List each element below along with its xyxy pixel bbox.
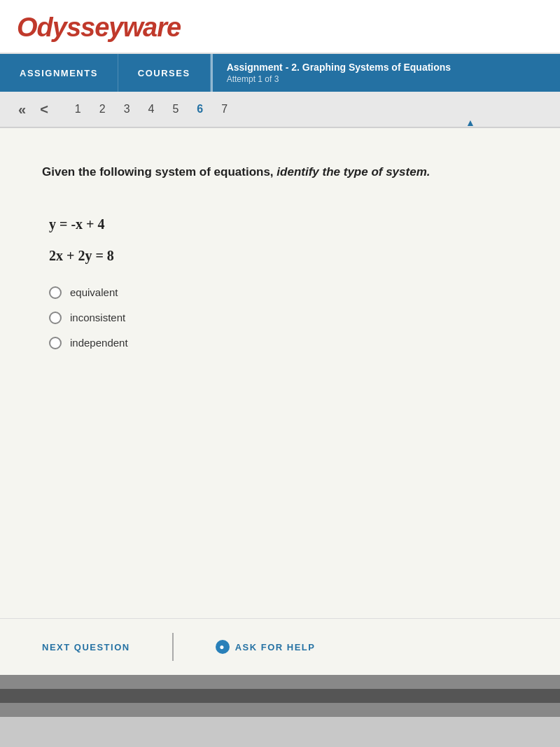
app-header: Odysseyware xyxy=(0,0,560,54)
option-equivalent-label: equivalent xyxy=(70,286,118,298)
nav-assignments[interactable]: ASSIGNMENTS xyxy=(0,54,118,92)
assignment-title: Assignment - 2. Graphing Systems of Equa… xyxy=(227,62,451,73)
ask-for-help-label: ASK FOR HELP xyxy=(235,642,316,652)
main-content: Given the following system of equations,… xyxy=(0,128,560,618)
page-5[interactable]: 5 xyxy=(167,100,184,118)
radio-equivalent[interactable] xyxy=(49,286,62,299)
app-logo: Odysseyware xyxy=(17,13,543,43)
answer-options: equivalent inconsistent independent xyxy=(49,286,518,349)
attempt-text: Attempt 1 of 3 xyxy=(227,74,451,84)
navigation-bar: ASSIGNMENTS COURSES Assignment - 2. Grap… xyxy=(0,54,560,92)
page-3[interactable]: 3 xyxy=(118,100,136,118)
footer-area xyxy=(0,675,560,717)
bottom-divider xyxy=(172,633,174,661)
first-page-button[interactable]: « xyxy=(11,99,33,120)
footer-bar xyxy=(0,689,560,703)
option-inconsistent-label: inconsistent xyxy=(70,312,125,323)
radio-independent[interactable] xyxy=(49,337,62,349)
page-1[interactable]: 1 xyxy=(69,100,87,118)
pagination-bar: « < 1 2 3 4 5 6 7 ▲ xyxy=(0,92,560,128)
page-7[interactable]: 7 xyxy=(216,100,233,118)
page-numbers: 1 2 3 4 5 6 7 xyxy=(69,100,233,118)
page-4[interactable]: 4 xyxy=(143,100,160,118)
option-inconsistent[interactable]: inconsistent xyxy=(49,312,518,324)
nav-assignment-info: Assignment - 2. Graphing Systems of Equa… xyxy=(213,54,465,92)
question-text: Given the following system of equations,… xyxy=(42,163,518,181)
next-question-button[interactable]: NEXT QUESTION xyxy=(42,636,130,658)
radio-inconsistent[interactable] xyxy=(49,312,62,324)
option-independent-label: independent xyxy=(70,337,128,349)
equation-2: 2x + 2y = 8 xyxy=(49,248,518,264)
option-independent[interactable]: independent xyxy=(49,337,518,349)
page-2[interactable]: 2 xyxy=(94,100,111,118)
bottom-bar: NEXT QUESTION ● ASK FOR HELP xyxy=(0,618,560,675)
help-icon: ● xyxy=(216,640,230,654)
page-indicator-arrow: ▲ xyxy=(465,117,475,128)
nav-courses[interactable]: COURSES xyxy=(118,54,211,92)
ask-for-help-button[interactable]: ● ASK FOR HELP xyxy=(216,640,316,654)
page-6[interactable]: 6 xyxy=(191,100,209,118)
prev-page-button[interactable]: < xyxy=(33,99,55,120)
equation-1: y = -x + 4 xyxy=(49,216,518,232)
equations-block: y = -x + 4 2x + 2y = 8 xyxy=(49,216,518,264)
option-equivalent[interactable]: equivalent xyxy=(49,286,518,299)
